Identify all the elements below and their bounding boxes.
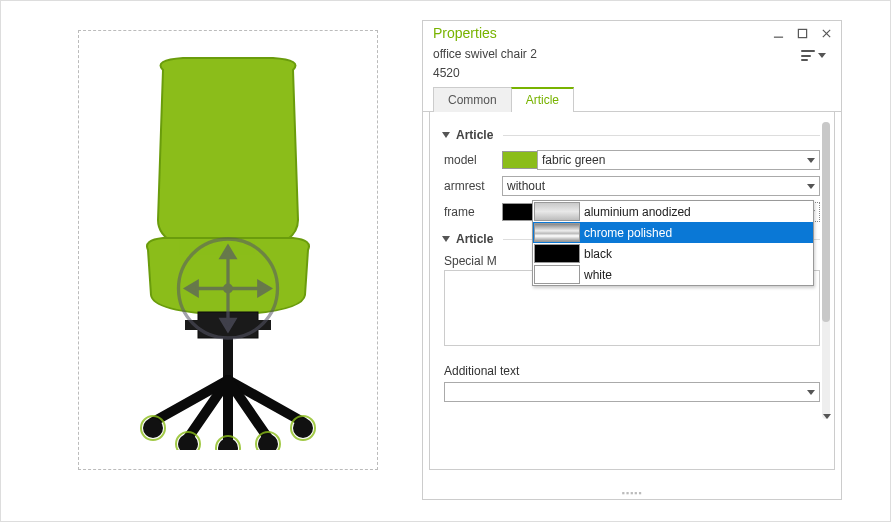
resize-grip-icon[interactable]: ▪▪▪▪▪ [622, 488, 643, 498]
chair-render [93, 50, 363, 450]
svg-rect-2 [257, 320, 271, 330]
viewport-3d[interactable] [78, 30, 378, 470]
option-label: chrome polished [584, 226, 672, 240]
armrest-label: armrest [444, 179, 502, 193]
chevron-down-icon [818, 53, 826, 58]
option-label: white [584, 268, 612, 282]
minimize-button[interactable] [771, 26, 785, 40]
tab-article[interactable]: Article [511, 87, 574, 112]
option-swatch [534, 265, 580, 284]
additional-text-label: Additional text [444, 364, 820, 378]
svg-rect-3 [223, 338, 233, 380]
frame-option[interactable]: black [533, 243, 813, 264]
panel-menu-button[interactable] [796, 47, 831, 64]
frame-option[interactable]: white [533, 264, 813, 285]
armrest-value: without [507, 179, 545, 193]
svg-rect-1 [185, 320, 199, 330]
section-article[interactable]: Article [442, 128, 820, 142]
model-label: model [444, 153, 502, 167]
svg-point-10 [293, 418, 313, 438]
additional-text-combo[interactable] [444, 382, 820, 402]
model-combo[interactable]: fabric green [537, 150, 820, 170]
scrollbar-thumb[interactable] [822, 122, 830, 322]
maximize-button[interactable] [795, 26, 809, 40]
panel-body: Article model fabric green armrest witho… [429, 112, 835, 470]
option-swatch [534, 223, 580, 242]
option-swatch [534, 202, 580, 221]
option-label: black [584, 247, 612, 261]
armrest-combo[interactable]: without [502, 176, 820, 196]
object-code: 4520 [423, 66, 841, 86]
chevron-down-icon [807, 158, 815, 163]
close-button[interactable] [819, 26, 833, 40]
svg-rect-28 [798, 29, 806, 37]
panel-title: Properties [433, 25, 497, 41]
frame-dropdown-list: aluminium anodizedchrome polishedblackwh… [532, 200, 814, 286]
frame-option[interactable]: aluminium anodized [533, 201, 813, 222]
chevron-down-icon [807, 184, 815, 189]
object-name: office swivel chair 2 [433, 47, 537, 61]
tab-common[interactable]: Common [433, 87, 512, 112]
svg-rect-0 [198, 312, 258, 338]
option-swatch [534, 244, 580, 263]
properties-panel: Properties office swivel chair 2 4520 Co… [422, 20, 842, 500]
scroll-down-icon[interactable] [823, 419, 831, 433]
chevron-down-icon [807, 390, 815, 395]
frame-option[interactable]: chrome polished [533, 222, 813, 243]
scrollbar[interactable] [822, 122, 830, 419]
section-label: Article [456, 232, 493, 246]
option-label: aluminium anodized [584, 205, 691, 219]
collapse-icon [442, 132, 450, 138]
model-swatch [502, 151, 538, 169]
frame-label: frame [444, 205, 502, 219]
svg-point-13 [218, 438, 238, 450]
section-label: Article [456, 128, 493, 142]
model-value: fabric green [542, 153, 605, 167]
collapse-icon [442, 236, 450, 242]
svg-point-9 [143, 418, 163, 438]
hamburger-icon [801, 50, 815, 61]
